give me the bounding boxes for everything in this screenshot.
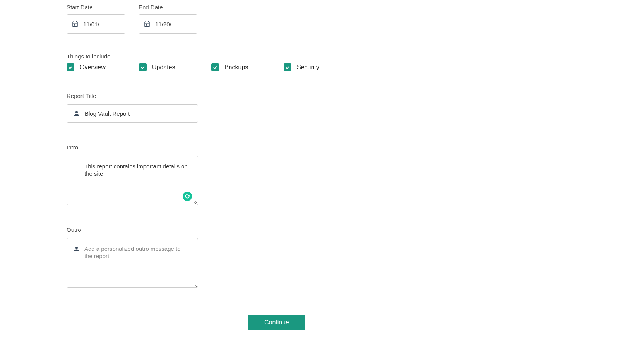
outro-textarea[interactable] [84,245,190,280]
check-icon [140,65,146,70]
continue-button[interactable]: Continue [248,315,305,330]
grammarly-icon[interactable] [183,192,192,201]
report-form: Start Date End Date Things to inclu [67,4,487,330]
svg-line-7 [196,286,197,286]
svg-line-4 [196,203,197,204]
check-icon [68,65,73,70]
svg-line-6 [195,284,197,286]
svg-line-5 [193,283,197,286]
calendar-icon [144,21,151,27]
svg-rect-0 [74,24,75,26]
checkbox-item-updates: Updates [139,63,211,71]
svg-rect-1 [146,24,147,26]
end-date-input-wrapper[interactable] [139,14,197,34]
checkbox-updates[interactable] [139,63,147,71]
report-title-section: Report Title [67,93,487,123]
things-label: Things to include [67,53,487,60]
intro-section: Intro [67,144,487,205]
start-date-input[interactable] [83,21,120,27]
intro-label: Intro [67,144,78,151]
end-date-input[interactable] [155,21,192,27]
divider [67,305,487,305]
report-title-label: Report Title [67,93,96,99]
date-row: Start Date End Date [67,4,487,34]
intro-textarea[interactable] [84,163,190,198]
resize-handle-icon [192,199,197,204]
check-icon [212,65,218,70]
report-title-input[interactable] [85,110,192,117]
outro-label: Outro [67,226,81,233]
checkbox-backups[interactable] [211,63,219,71]
intro-textarea-wrapper[interactable] [67,156,198,205]
checkbox-item-backups: Backups [211,63,284,71]
svg-line-2 [193,200,197,204]
check-icon [285,65,290,70]
outro-textarea-wrapper[interactable] [67,238,198,288]
checkbox-overview[interactable] [67,63,74,71]
checkbox-row: Overview Updates Backups [67,63,487,71]
report-title-input-wrapper[interactable] [67,104,198,123]
resize-handle-icon [192,282,197,286]
start-date-input-wrapper[interactable] [67,14,125,34]
person-icon [73,110,80,117]
things-section: Things to include Overview Updates [67,53,487,71]
checkbox-item-security: Security [284,63,356,71]
checkbox-label-security: Security [297,64,319,71]
start-date-field: Start Date [67,4,125,34]
checkbox-label-updates: Updates [152,64,175,71]
end-date-label: End Date [139,4,197,10]
checkbox-item-overview: Overview [67,63,139,71]
outro-section: Outro [67,226,487,288]
calendar-icon [72,21,79,27]
checkbox-security[interactable] [284,63,291,71]
start-date-label: Start Date [67,4,125,10]
checkbox-label-overview: Overview [80,64,106,71]
end-date-field: End Date [139,4,197,34]
svg-line-3 [195,202,197,204]
checkbox-label-backups: Backups [224,64,248,71]
person-icon [73,245,80,252]
button-row: Continue [67,315,487,330]
